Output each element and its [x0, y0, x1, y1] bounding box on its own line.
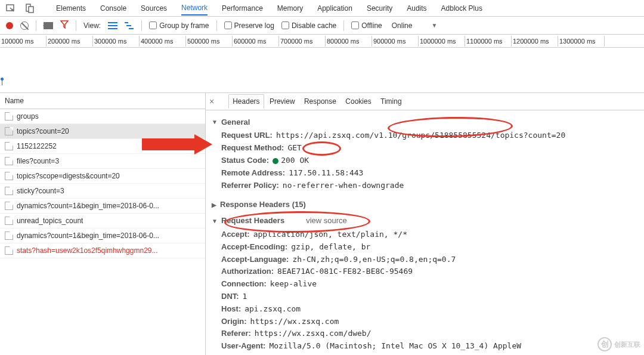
tab-security[interactable]: Security: [367, 2, 392, 15]
response-headers-section-header[interactable]: ▶ Response Headers (15): [212, 199, 638, 211]
request-url-value[interactable]: https://api.zsxq.com/v1.10/groups/518855…: [276, 129, 565, 142]
request-detail-pane: × Headers Preview Response Cookies Timin…: [206, 93, 644, 355]
request-list[interactable]: groupstopics?count=201152122252files?cou…: [0, 109, 205, 258]
disable-cache-checkbox[interactable]: Disable cache: [281, 21, 336, 30]
document-icon: [5, 217, 13, 225]
document-icon: [5, 172, 13, 180]
detail-tab-cookies[interactable]: Cookies: [342, 95, 374, 108]
request-row[interactable]: groups: [0, 109, 205, 124]
request-row[interactable]: topics?scope=digests&count=20: [0, 169, 205, 184]
request-row[interactable]: topics?count=20: [0, 124, 205, 139]
detail-tab-timing[interactable]: Timing: [377, 95, 405, 108]
detail-tab-preview[interactable]: Preview: [266, 95, 299, 108]
caret-right-icon: ▶: [212, 200, 216, 210]
request-row[interactable]: dynamics?count=1&begin_time=2018-06-0...: [0, 229, 205, 243]
request-name: groups: [17, 112, 39, 121]
svg-rect-7: [126, 25, 131, 26]
document-icon: [5, 157, 13, 165]
group-by-frame-checkbox[interactable]: Group by frame: [149, 21, 209, 30]
request-headers-section-header[interactable]: ▼ Request Headers view source: [212, 215, 638, 227]
tab-memory[interactable]: Memory: [277, 2, 303, 15]
document-icon: [5, 202, 13, 210]
caret-down-icon: ▼: [212, 118, 218, 127]
status-code-row: Status Code: 200 OK: [221, 155, 638, 167]
general-section-header[interactable]: ▼ General: [212, 116, 638, 129]
header-value: application/json, text/plain, */*: [253, 229, 407, 241]
request-row[interactable]: sticky?count=3: [0, 184, 205, 199]
request-name: unread_topics_count: [17, 217, 83, 225]
header-value: Mozilla/5.0 (Macintosh; Intel Mac OS X 1…: [269, 340, 521, 353]
remote-address-row: Remote Address: 117.50.11.58:443: [221, 167, 638, 180]
waterfall-icon[interactable]: [125, 21, 134, 30]
request-row[interactable]: files?count=3: [0, 154, 205, 169]
large-rows-icon[interactable]: [108, 21, 117, 30]
offline-checkbox[interactable]: Offline: [351, 21, 382, 30]
timeline-tick: 700000 ms: [279, 36, 326, 47]
preserve-log-checkbox[interactable]: Preserve log: [224, 21, 274, 30]
view-source-link[interactable]: view source: [306, 215, 347, 227]
header-name: Accept-Language:: [221, 254, 289, 266]
detail-tab-headers[interactable]: Headers: [228, 94, 264, 109]
status-dot-icon: [273, 158, 278, 164]
timeline-tick: 800000 ms: [326, 36, 372, 47]
header-name: Authorization:: [221, 266, 274, 278]
throttling-select[interactable]: Online: [392, 21, 413, 30]
tab-sources[interactable]: Sources: [141, 2, 167, 15]
tab-performance[interactable]: Performance: [222, 2, 263, 15]
tab-console[interactable]: Console: [100, 2, 126, 15]
request-url-row: Request URL: https://api.zsxq.com/v1.10/…: [221, 129, 638, 142]
header-name: X-Request-Id:: [221, 353, 272, 355]
request-name: topics?count=20: [17, 127, 69, 135]
header-value: 1: [243, 291, 247, 303]
timeline-tick: 1000000 ms: [419, 36, 465, 47]
watermark: 创 创新互联: [597, 337, 640, 351]
request-list-header: Name: [0, 93, 205, 109]
header-row: User-Agent:Mozilla/5.0 (Macintosh; Intel…: [221, 340, 638, 353]
timeline-tick: 100000 ms: [0, 36, 47, 47]
request-name: topics?scope=digests&count=20: [17, 172, 120, 180]
clear-button[interactable]: [20, 21, 29, 30]
device-toggle-icon[interactable]: [25, 4, 35, 13]
separator: [76, 20, 76, 31]
separator: [343, 20, 344, 31]
header-row: Connection:keep-alive: [221, 278, 638, 291]
tab-audits[interactable]: Audits: [407, 2, 426, 15]
record-button[interactable]: [6, 22, 13, 29]
header-row: Accept:application/json, text/plain, */*: [221, 229, 638, 241]
document-icon: [5, 142, 13, 150]
timeline-ruler[interactable]: 100000 ms200000 ms300000 ms400000 ms5000…: [0, 35, 644, 48]
tab-adblock-plus[interactable]: Adblock Plus: [441, 2, 482, 15]
header-row: DNT:1: [221, 291, 638, 303]
request-name: stats?hash=usew2k1os2f5qimhwhggmn29...: [17, 246, 157, 255]
header-value: 30674f56-bd41-9304-6141-098a28231cb3: [275, 353, 444, 355]
request-row[interactable]: dynamics?count=1&begin_time=2018-06-0...: [0, 199, 205, 214]
filter-icon[interactable]: [60, 20, 69, 30]
referrer-policy-row: Referrer Policy: no-referrer-when-downgr…: [221, 180, 638, 192]
document-icon: [5, 127, 13, 135]
capture-screenshot-icon[interactable]: [44, 22, 53, 29]
timeline-tick: 300000 ms: [93, 36, 140, 47]
request-row[interactable]: 1152122252: [0, 139, 205, 154]
timeline-marker: [2, 79, 2, 85]
svg-rect-5: [108, 28, 117, 29]
separator: [216, 20, 217, 31]
header-name: Referer:: [221, 328, 251, 340]
header-name: Host:: [221, 303, 241, 316]
close-detail-icon[interactable]: ×: [209, 97, 214, 106]
tab-application[interactable]: Application: [317, 2, 352, 15]
svg-rect-8: [129, 28, 134, 29]
request-row[interactable]: unread_topics_count: [0, 214, 205, 229]
tab-elements[interactable]: Elements: [56, 2, 86, 15]
timeline-tick: 1100000 ms: [465, 36, 512, 47]
timeline-tick: 600000 ms: [233, 36, 279, 47]
element-picker-icon[interactable]: [6, 4, 16, 13]
timeline-tick: 200000 ms: [47, 36, 93, 47]
network-toolbar: View: Group by frame Preserve log Disabl…: [0, 17, 644, 35]
header-row: Accept-Encoding:gzip, deflate, br: [221, 241, 638, 254]
throttling-caret-icon[interactable]: ▼: [431, 22, 437, 29]
tab-network[interactable]: Network: [181, 1, 208, 16]
svg-rect-4: [108, 25, 117, 26]
timeline-overview[interactable]: [0, 48, 644, 93]
detail-tab-response[interactable]: Response: [301, 95, 340, 108]
request-row[interactable]: stats?hash=usew2k1os2f5qimhwhggmn29...: [0, 243, 205, 258]
